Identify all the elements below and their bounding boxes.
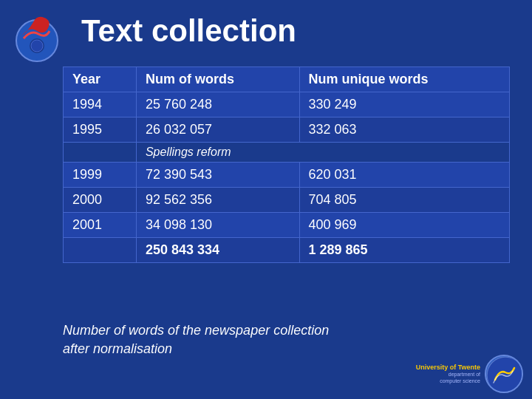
header-num-words: Num of words (136, 67, 299, 92)
data-table: Year Num of words Num unique words 1994 … (63, 66, 510, 263)
table-header-row: Year Num of words Num unique words (64, 67, 510, 92)
cell-num-words: 26 032 057 (136, 117, 299, 143)
table-row: 2000 92 562 356 704 805 (64, 188, 510, 213)
cell-year: 2001 (64, 213, 137, 238)
table-row: 1999 72 390 543 620 031 (64, 163, 510, 188)
cell-num-words: 25 760 248 (136, 92, 299, 117)
cell-year (64, 143, 137, 163)
table-row: 1994 25 760 248 330 249 (64, 92, 510, 117)
cell-year: 1995 (64, 117, 137, 143)
cell-num-unique: 1 289 865 (299, 238, 509, 263)
table-row: 250 843 334 1 289 865 (64, 238, 510, 263)
cell-year: 1994 (64, 92, 137, 117)
page: Text collection Year Num of words Num un… (0, 0, 532, 399)
table-row: 1995 26 032 057 332 063 (64, 117, 510, 143)
cell-num-unique: 704 805 (299, 188, 509, 213)
cell-num-words: 72 390 543 (136, 163, 299, 188)
svg-point-3 (487, 357, 523, 393)
cell-num-words: 92 562 356 (136, 188, 299, 213)
cell-spellings: Spellings reform (136, 143, 509, 163)
table-row: 2001 34 098 130 400 969 (64, 213, 510, 238)
caption-line2: after normalisation (63, 341, 172, 356)
table-row: Spellings reform (64, 143, 510, 163)
cell-num-words: 250 843 334 (136, 238, 299, 263)
cell-year: 2000 (64, 188, 137, 213)
header-num-unique: Num unique words (299, 67, 509, 92)
uni-name: University of Twente (416, 364, 480, 372)
university-logo: University of Twente department of compu… (416, 355, 523, 393)
uni-logo-circle (485, 355, 523, 393)
cell-num-unique: 400 969 (299, 213, 509, 238)
uni-dept: department of (416, 372, 480, 378)
caption-line1: Number of words of the newspaper collect… (63, 323, 329, 338)
cell-num-unique: 332 063 (299, 117, 509, 143)
page-title: Text collection (81, 13, 510, 49)
logo-icon (7, 7, 66, 66)
cell-num-unique: 620 031 (299, 163, 509, 188)
svg-point-2 (31, 40, 43, 52)
uni-dept2: computer science (416, 378, 480, 384)
cell-num-words: 34 098 130 (136, 213, 299, 238)
caption: Number of words of the newspaper collect… (63, 321, 510, 358)
header-year: Year (64, 67, 137, 92)
cell-year (64, 238, 137, 263)
cell-num-unique: 330 249 (299, 92, 509, 117)
cell-year: 1999 (64, 163, 137, 188)
